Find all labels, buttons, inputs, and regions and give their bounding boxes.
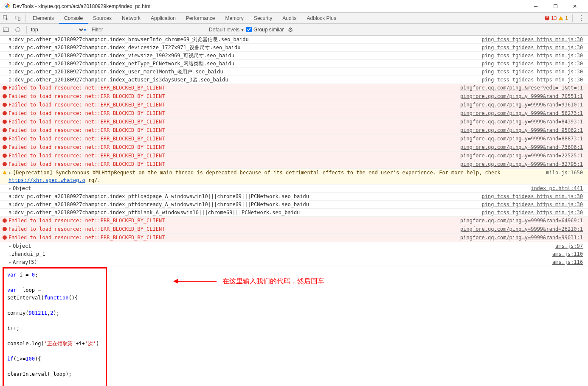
error-counts[interactable]: 13 1 [545,15,571,21]
console-message: a:dcv_pc.other_a20180927champion.index_p… [8,209,482,216]
source-link[interactable]: pingfore.qq.com/ping…y=9999&rand=93610:1 [460,101,587,109]
source-link[interactable]: pingfore.qq.com/ping…y=9999&rand=22525:1 [460,152,587,160]
log-levels-dropdown[interactable]: Default levels ▾ [206,27,246,33]
console-message: Failed to load resource: net::ERR_BLOCKE… [8,160,460,168]
console-row[interactable]: Failed to load resource: net::ERR_BLOCKE… [0,109,588,118]
console-row[interactable]: a:dcv_pc.other_a20180927champion.index_v… [0,52,588,60]
source-link[interactable]: pingfore.qq.com/ping…y=9999&rand=84393:1 [460,118,587,126]
console-input[interactable]: var i = 0; var _loop = setInterval(funct… [3,267,107,386]
device-mode-icon[interactable] [12,13,24,24]
tab-adblock-plus[interactable]: Adblock Plus [302,13,341,24]
context-selector[interactable]: top [29,25,84,34]
minimize-button[interactable]: ─ [526,0,546,13]
source-link[interactable]: ams.js:116 [552,258,587,266]
tab-network[interactable]: Network [117,13,146,24]
console-row[interactable]: a:dcv_pc.other_a20180927champion.index_a… [0,76,588,84]
show-console-sidebar-icon[interactable] [0,24,12,36]
source-link[interactable]: pingfore.qq.com/ping…y=9999&rand=32795:1 [460,160,587,168]
console-row[interactable]: a:dcv_pc.other_a20180927champion.index_n… [0,60,588,68]
arrow-icon [174,281,217,282]
expand-icon[interactable]: ▸ [8,185,13,192]
expand-icon[interactable]: ▸ [8,169,13,176]
source-link[interactable]: milo.js:1650 [546,169,587,184]
tab-sources[interactable]: Sources [88,13,117,24]
source-link[interactable]: ping tcss tgideas https min.js:30 [482,201,587,208]
console-row[interactable]: Failed to load resource: net::ERR_BLOCKE… [0,126,588,135]
console-row[interactable]: a:dcv_pc.other_a20180927champion.index_b… [0,36,588,44]
context-info-icon[interactable]: ● [84,27,86,32]
console-message: .zhandui_p_1 [8,250,552,258]
deprecation-link[interactable]: https://xhr.spec.whatwg.o [8,177,85,183]
console-messages[interactable]: a:dcv_pc.other_a20180927champion.index_b… [0,36,588,386]
svg-line-7 [17,28,20,31]
console-row[interactable]: Failed to load resource: net::ERR_BLOCKE… [0,84,588,92]
tab-memory[interactable]: Memory [220,13,249,24]
console-row[interactable]: ▸Objectindex_pc.html:441 [0,185,588,193]
console-row[interactable]: ▸Array(5)ams.js:116 [0,258,588,266]
source-link[interactable]: ping tcss tgideas https min.js:30 [482,76,587,84]
clear-console-icon[interactable] [12,24,24,36]
tab-performance[interactable]: Performance [181,13,220,24]
divider [572,14,573,22]
source-link[interactable]: pingfore.qq.com/ping…y=9999&rand=88873:1 [460,135,587,143]
console-row[interactable]: Failed to load resource: net::ERR_BLOCKE… [0,160,588,169]
source-link[interactable]: pingfore.qq.com/ping…y=9999&rand=70551:1 [460,92,587,101]
console-row[interactable]: a:dcv_pc.other_a20180927champion.index_u… [0,68,588,76]
console-row[interactable]: a:dcv_pc.other_a20180927champion.index_d… [0,44,588,52]
source-link[interactable]: ping tcss tgideas https min.js:30 [482,44,587,51]
console-row[interactable]: Failed to load resource: net::ERR_BLOCKE… [0,217,588,225]
source-link[interactable]: ping tcss tgideas https min.js:30 [482,52,587,59]
console-row[interactable]: .zhandui_p_1ams.js:110 [0,250,588,258]
source-link[interactable]: pingfore.qq.com/ping…y=9999&rand=64969:1 [460,217,587,225]
console-row[interactable]: Failed to load resource: net::ERR_BLOCKE… [0,135,588,143]
console-message: Failed to load resource: net::ERR_BLOCKE… [8,118,460,126]
source-link[interactable]: ping tcss tgideas https min.js:30 [482,60,587,67]
inspect-icon[interactable] [0,13,12,24]
console-message: Failed to load resource: net::ERR_BLOCKE… [8,135,460,143]
source-link[interactable]: pingfore.qq.com/ping…y=9999&rand=73606:1 [460,143,587,151]
console-row[interactable]: a:dcv_pc.other_a20180927champion.index_p… [0,201,588,209]
annotation: 在这里输入我们的代码，然后回车 [174,277,324,285]
console-message: Failed to load resource: net::ERR_BLOCKE… [8,126,460,134]
console-message: ▸Array(5) [8,258,552,266]
console-filterbar: top ● Default levels ▾ Group similar ⚙ [0,24,588,36]
tab-application[interactable]: Application [146,13,181,24]
console-row[interactable]: Failed to load resource: net::ERR_BLOCKE… [0,225,588,234]
tab-console[interactable]: Console [59,13,88,24]
console-row[interactable]: Failed to load resource: net::ERR_BLOCKE… [0,143,588,152]
source-link[interactable]: pingfore.qq.com/ping…&reserved1=-1&tt=:1 [460,84,587,92]
source-link[interactable]: ping tcss tgideas https min.js:30 [482,68,587,76]
group-similar-checkbox[interactable]: Group similar [246,27,284,33]
tab-elements[interactable]: Elements [28,13,59,24]
source-link[interactable]: ams.js:97 [555,242,587,250]
source-link[interactable]: pingfore.qq.com/ping…y=9999&rand=95062:1 [460,126,587,134]
console-row[interactable]: Failed to load resource: net::ERR_BLOCKE… [0,92,588,101]
console-settings-icon[interactable]: ⚙ [284,26,298,33]
divider [26,26,27,34]
console-row[interactable]: Failed to load resource: net::ERR_BLOCKE… [0,101,588,109]
source-link[interactable]: pingfore.qq.com/ping…y=9999&rand=56273:1 [460,109,587,117]
console-row[interactable]: Failed to load resource: net::ERR_BLOCKE… [0,152,588,160]
filter-input[interactable] [92,25,206,34]
tab-security[interactable]: Security [249,13,277,24]
maximize-button[interactable]: ☐ [546,0,565,13]
source-link[interactable]: ams.js:110 [552,250,587,258]
more-menu-icon[interactable]: ⋮ [574,14,588,22]
expand-icon[interactable]: ▸ [8,258,13,266]
chrome-icon [3,3,10,10]
source-link[interactable]: pingfore.qq.com/ping…y=9999&rand=26210:1 [460,225,587,233]
source-link[interactable]: ping tcss tgideas https min.js:30 [482,36,587,43]
source-link[interactable]: index_pc.html:441 [531,185,587,192]
console-row[interactable]: ▸Objectams.js:97 [0,242,588,250]
expand-icon[interactable]: ▸ [8,242,13,250]
source-link[interactable]: pingfore.qq.com/ping…y=9999&rand=99031:1 [460,234,587,242]
console-row[interactable]: Failed to load resource: net::ERR_BLOCKE… [0,234,588,242]
tab-audits[interactable]: Audits [277,13,301,24]
console-row[interactable]: a:dcv_pc.other_a20180927champion.index_p… [0,193,588,201]
source-link[interactable]: ping tcss tgideas https min.js:30 [482,193,587,200]
console-row[interactable]: a:dcv_pc.other_a20180927champion.index_p… [0,209,588,217]
console-row[interactable]: ▸[Deprecation] Synchronous XMLHttpReques… [0,169,588,185]
console-row[interactable]: Failed to load resource: net::ERR_BLOCKE… [0,118,588,126]
source-link[interactable]: ping tcss tgideas https min.js:30 [482,209,587,216]
close-button[interactable]: ✕ [565,0,585,13]
